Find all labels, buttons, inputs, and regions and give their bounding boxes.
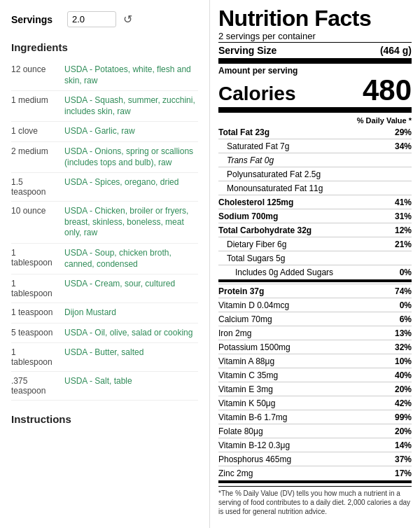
thin-border [218,284,412,284]
reset-button[interactable]: ↺ [120,11,135,27]
ingredient-name[interactable]: USDA - Cream, sour, cultured [64,279,175,298]
nf-row: Vitamin A 88μg 10% [218,355,412,367]
thin-border [218,265,412,265]
ingredients-title: Ingredients [11,41,198,53]
ingredient-amount: 1 tablespoon [11,248,59,270]
thin-border [218,251,412,251]
ingredient-name[interactable]: USDA - Garlic, raw [64,126,135,137]
thin-border [218,368,412,368]
calories-value: 480 [363,76,412,105]
nf-row: Vitamin B-6 1.7mg 99% [218,411,412,423]
nf-nutrient-label: Zinc 2mg [218,468,392,478]
nf-row: Sodium 700mg 31% [218,210,412,222]
nf-row: Includes 0g Added Sugars 0% [218,266,412,278]
ingredient-name[interactable]: USDA - Oil, olive, salad or cooking [64,328,192,339]
ingredient-amount: 2 medium [11,146,59,168]
nf-row: Folate 80μg 20% [218,425,412,437]
nf-dv-value: 32% [392,342,412,352]
nf-servings-per: 2 servings per container [218,31,412,41]
list-item: 1 tablespoon USDA - Soup, chicken broth,… [11,244,198,275]
ingredient-amount: .375 teaspoon [11,376,59,396]
ingredient-amount: 12 ounce [11,64,59,86]
ingredient-name[interactable]: USDA - Soup, chicken broth, canned, cond… [64,248,198,270]
ingredient-name[interactable]: USDA - Onions, spring or scallions (incl… [64,146,198,168]
nf-dv-value: 40% [392,370,412,380]
thin-border [218,153,412,153]
nf-nutrient-label: Vitamin B-12 0.3μg [218,440,392,450]
thin-border [218,466,412,466]
nf-row: Total Fat 23g 29% [218,126,412,138]
nf-nutrient-label: Potassium 1500mg [218,342,392,352]
list-item: 1 clove USDA - Garlic, raw [11,122,198,142]
nf-nutrient-label: Vitamin E 3mg [218,384,392,394]
nf-row: Vitamin E 3mg 20% [218,383,412,395]
list-item: 5 teaspoon USDA - Oil, olive, salad or c… [11,324,198,344]
nf-dv-value: 6% [397,314,412,324]
list-item: 10 ounce USDA - Chicken, broiler or frye… [11,202,198,244]
calories-label: Calories [218,83,296,105]
servings-input-wrap: ↺ [67,11,135,27]
medium-border-bottom [218,480,412,483]
thin-border [218,452,412,452]
nf-row: Potassium 1500mg 32% [218,341,412,353]
ingredient-amount: 1 tablespoon [11,347,59,367]
list-item: 1 teaspoon Dijon Mustard [11,303,198,324]
thin-border [218,382,412,382]
thin-border [218,326,412,326]
instructions-section: Instructions [11,413,198,425]
nf-dv-value: 34% [392,141,412,151]
nf-dv-value: 29% [392,127,412,137]
nf-row: Iron 2mg 13% [218,327,412,339]
thin-border [218,312,412,312]
thin-border [218,139,412,139]
nf-serving-size-row: Serving Size (464 g) [218,42,412,56]
nf-nutrient-label: Folate 80μg [218,426,392,436]
list-item: 1 tablespoon USDA - Cream, sour, culture… [11,275,198,303]
list-item: 12 ounce USDA - Potatoes, white, flesh a… [11,60,198,91]
thick-border-top [218,58,412,64]
ingredient-name[interactable]: USDA - Salt, table [64,376,132,396]
nf-dv-value: 21% [392,239,412,249]
nf-nutrient-label: Polyunsaturated Fat 2.5g [218,169,409,179]
ingredients-list: 12 ounce USDA - Potatoes, white, flesh a… [11,60,198,401]
right-panel: Nutrition Facts 2 servings per container… [210,0,420,528]
nf-nutrient-label: Dietary Fiber 6g [218,239,392,249]
thin-border [218,209,412,209]
protein-border [218,279,412,282]
nf-row: Trans Fat 0g [218,154,412,166]
nf-rows-container: Total Fat 23g 29% Saturated Fat 7g 34% T… [218,126,412,479]
nf-dv-value: 20% [392,426,412,436]
serving-size-value: (464 g) [380,45,412,56]
nf-nutrient-label: Total Sugars 5g [218,253,409,263]
ingredient-name[interactable]: USDA - Butter, salted [64,347,144,367]
ingredient-name[interactable]: USDA - Potatoes, white, flesh and skin, … [64,64,198,86]
nf-row: Phosphorus 465mg 37% [218,453,412,465]
nf-row: Zinc 2mg 17% [218,467,412,479]
nf-row: Protein 37g 74% [218,285,412,297]
thin-border [218,354,412,354]
nf-row: Vitamin C 35mg 40% [218,369,412,381]
ingredient-amount: 1 clove [11,126,59,137]
ingredient-name[interactable]: Dijon Mustard [64,307,116,319]
ingredient-name[interactable]: USDA - Squash, summer, zucchini, include… [64,95,198,117]
nf-row: Monounsaturated Fat 11g [218,182,412,194]
nf-dv-value: 74% [392,286,412,296]
nf-dv-value: 31% [392,211,412,221]
nf-row: Dietary Fiber 6g 21% [218,238,412,250]
ingredient-name[interactable]: USDA - Spices, oregano, dried [64,177,178,197]
nf-dv-value: 0% [397,300,412,310]
nf-nutrient-label: Sodium 700mg [218,211,392,221]
calories-row: Calories 480 [218,76,412,105]
nf-nutrient-label: Total Carbohydrate 32g [218,225,392,235]
thin-border [218,181,412,181]
servings-input[interactable] [67,11,116,27]
nf-dv-value: 14% [392,440,412,450]
nf-dv-value: 0% [397,268,412,277]
ingredient-amount: 5 teaspoon [11,328,59,339]
nf-nutrient-label: Vitamin K 50μg [218,398,392,408]
nf-dv-value: 10% [392,356,412,366]
ingredient-name[interactable]: USDA - Chicken, broiler or fryers, breas… [64,206,198,239]
thin-border [218,237,412,237]
servings-row: Servings ↺ [11,11,198,27]
nf-row: Vitamin B-12 0.3μg 14% [218,439,412,451]
